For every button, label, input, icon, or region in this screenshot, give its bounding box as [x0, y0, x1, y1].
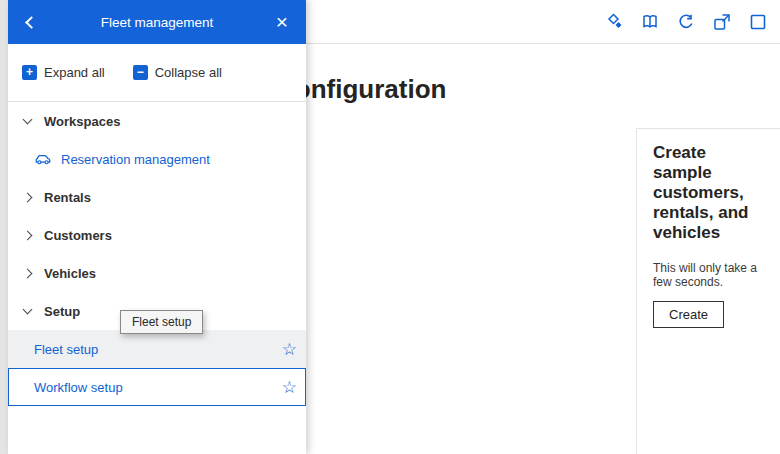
nav-item-label: Vehicles	[44, 266, 96, 281]
app-left-strip	[0, 0, 8, 454]
configuration-card: Create sample customers, rentals, and ve…	[636, 128, 780, 454]
book-icon[interactable]	[638, 10, 662, 34]
fleet-setup-tooltip: Fleet setup	[120, 310, 203, 334]
fleet-management-nav-panel: Fleet management Expand all Collapse all…	[8, 0, 306, 454]
expand-all-button[interactable]: Expand all	[22, 65, 105, 80]
expand-collapse-row: Expand all Collapse all	[8, 44, 306, 102]
nav-item-label: Workflow setup	[34, 380, 123, 395]
collapse-all-label: Collapse all	[155, 65, 222, 80]
close-icon[interactable]	[266, 0, 298, 44]
nav-item-rentals[interactable]: Rentals	[8, 178, 306, 216]
chevron-down-icon	[23, 305, 33, 315]
card-description: This will only take a few seconds.	[653, 261, 764, 289]
nav-panel-title: Fleet management	[8, 15, 306, 30]
nav-item-vehicles[interactable]: Vehicles	[8, 254, 306, 292]
nav-item-customers[interactable]: Customers	[8, 216, 306, 254]
maximize-icon[interactable]	[746, 10, 770, 34]
nav-item-label: Reservation management	[61, 152, 210, 167]
back-button[interactable]	[16, 0, 46, 44]
chevron-left-icon	[25, 16, 38, 29]
refresh-icon[interactable]	[674, 10, 698, 34]
nav-item-label: Setup	[44, 304, 80, 319]
star-icon[interactable]	[282, 379, 297, 396]
chevron-down-icon	[23, 115, 33, 125]
nav-item-label: Fleet setup	[34, 342, 98, 357]
collapse-all-icon	[133, 65, 148, 80]
expand-all-label: Expand all	[44, 65, 105, 80]
chevron-right-icon	[23, 192, 33, 202]
car-icon	[34, 150, 52, 168]
diamonds-icon[interactable]	[602, 10, 626, 34]
nav-item-fleet-setup[interactable]: Fleet setup	[8, 330, 306, 368]
nav-item-label: Rentals	[44, 190, 91, 205]
open-new-window-icon[interactable]	[710, 10, 734, 34]
expand-all-icon	[22, 65, 37, 80]
main-content: Create sample customers, rentals, and ve…	[306, 0, 780, 454]
card-title: Create sample customers, rentals, and ve…	[653, 143, 764, 243]
create-button[interactable]: Create	[653, 301, 724, 328]
nav-item-reservation-management[interactable]: Reservation management	[8, 140, 306, 178]
nav-item-workspaces[interactable]: Workspaces	[8, 102, 306, 140]
chevron-right-icon	[23, 230, 33, 240]
nav-item-label: Workspaces	[44, 114, 120, 129]
nav-item-label: Customers	[44, 228, 112, 243]
chevron-right-icon	[23, 268, 33, 278]
star-icon[interactable]	[282, 341, 297, 358]
collapse-all-button[interactable]: Collapse all	[133, 65, 222, 80]
nav-item-workflow-setup[interactable]: Workflow setup	[8, 368, 306, 406]
nav-panel-header: Fleet management	[8, 0, 306, 44]
nav-tree: Workspaces Reservation management Rental…	[8, 102, 306, 406]
top-toolbar	[306, 0, 780, 44]
